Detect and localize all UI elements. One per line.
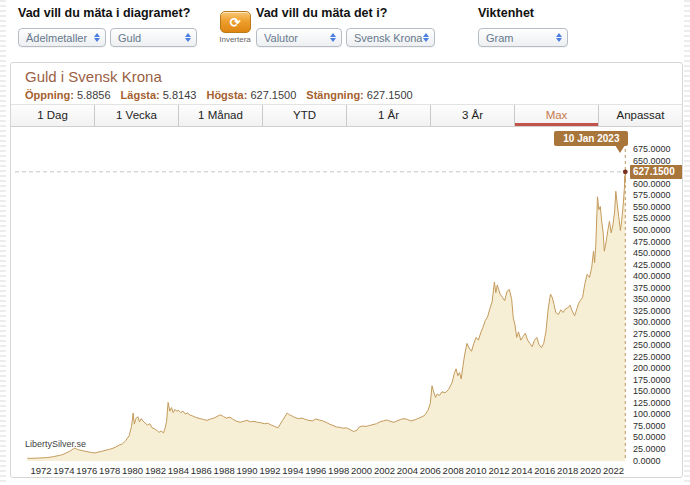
ohlc-summary: Öppning:5.8856 Lägsta:5.8143 Högsta:627.… <box>25 89 413 101</box>
tab-1-månad[interactable]: 1 Månad <box>179 105 263 126</box>
y-axis-label: 0.0000 <box>633 457 681 466</box>
y-axis-label: 250.0000 <box>633 341 681 350</box>
y-axis-label: 400.0000 <box>633 272 681 281</box>
tab-1-dag[interactable]: 1 Dag <box>11 105 95 126</box>
y-axis-label: 375.0000 <box>633 284 681 293</box>
low-label: Lägsta: <box>121 89 160 101</box>
tab-anpassat[interactable]: Anpassat <box>599 105 682 126</box>
chart-card: Guld i Svensk Krona Öppning:5.8856 Lägst… <box>10 62 683 478</box>
invert-button[interactable]: ⟳ <box>220 11 251 33</box>
y-axis-label: 350.0000 <box>633 295 681 304</box>
y-axis-label: 550.0000 <box>633 203 681 212</box>
tab-3-år[interactable]: 3 År <box>431 105 515 126</box>
metal-value: Guld <box>118 32 141 44</box>
y-axis-label: 325.0000 <box>633 307 681 316</box>
invert-button-caption: Invertera <box>213 35 257 44</box>
currency-category-select[interactable]: Valutor <box>256 28 342 47</box>
weight-unit-label: Viktenhet <box>478 6 534 20</box>
controls-bar: Vad vill du mäta i diagramet? Vad vill d… <box>0 0 690 58</box>
y-axis-label: 475.0000 <box>633 238 681 247</box>
y-axis-label: 50.0000 <box>633 433 681 442</box>
page-edge-decoration-right <box>684 0 690 485</box>
open-label: Öppning: <box>25 89 74 101</box>
select-stepper-icon <box>185 33 191 42</box>
measure-question-label: Vad vill du mäta i diagramet? <box>18 6 190 20</box>
invert-refresh-icon: ⟳ <box>230 15 241 30</box>
y-axis-label: 200.0000 <box>633 364 681 373</box>
y-axis-label: 75.0000 <box>633 422 681 431</box>
close-label: Stängning: <box>306 89 363 101</box>
y-axis-label: 450.0000 <box>633 249 681 258</box>
high-value: 627.1500 <box>250 89 296 101</box>
tab-1-år[interactable]: 1 År <box>347 105 431 126</box>
y-axis-label: 650.0000 <box>633 157 681 166</box>
gold-price-chart-page: Vad vill du mäta i diagramet? Vad vill d… <box>0 0 690 485</box>
watermark-link[interactable]: LibertySilver.se <box>25 439 86 449</box>
y-axis-label: 425.0000 <box>633 261 681 270</box>
y-axis-label: 25.0000 <box>633 445 681 454</box>
high-label: Högsta: <box>206 89 247 101</box>
price-chart-plot[interactable] <box>11 127 682 478</box>
range-tabs: 1 Dag1 Vecka1 MånadYTD1 År3 ÅrMaxAnpassa… <box>11 104 682 127</box>
close-value: 627.1500 <box>367 89 413 101</box>
tab-ytd[interactable]: YTD <box>263 105 347 126</box>
y-axis-label: 225.0000 <box>633 353 681 362</box>
low-value: 5.8143 <box>163 89 197 101</box>
last-point-marker <box>623 169 628 174</box>
weight-unit-select[interactable]: Gram <box>478 28 568 47</box>
date-tooltip: 10 Jan 2023 <box>554 131 628 146</box>
metal-category-value: Ädelmetaller <box>26 32 87 44</box>
y-axis-label: 300.0000 <box>633 318 681 327</box>
select-stepper-icon <box>556 33 562 42</box>
tab-max[interactable]: Max <box>515 105 599 126</box>
y-axis-label: 500.0000 <box>633 226 681 235</box>
chart-area: 10 Jan 2023 627.1500 675.0000650.0000600… <box>11 127 682 478</box>
y-axis-label: 525.0000 <box>633 214 681 223</box>
x-axis-label: 2022 <box>600 465 628 476</box>
chart-card-header: Guld i Svensk Krona Öppning:5.8856 Lägst… <box>11 63 682 104</box>
y-axis-label: 150.0000 <box>633 387 681 396</box>
metal-select[interactable]: Guld <box>110 28 197 47</box>
tab-1-vecka[interactable]: 1 Vecka <box>95 105 179 126</box>
price-area-fill <box>27 172 625 461</box>
open-value: 5.8856 <box>77 89 111 101</box>
y-axis-label: 575.0000 <box>633 191 681 200</box>
y-axis-label: 125.0000 <box>633 399 681 408</box>
y-axis-label: 275.0000 <box>633 330 681 339</box>
currency-select[interactable]: Svensk Krona <box>346 28 435 47</box>
weight-unit-value: Gram <box>486 32 514 44</box>
chart-title: Guld i Svensk Krona <box>25 68 162 85</box>
y-axis-label: 175.0000 <box>633 376 681 385</box>
metal-category-select[interactable]: Ädelmetaller <box>18 28 106 47</box>
y-axis-label: 100.0000 <box>633 410 681 419</box>
currency-value: Svensk Krona <box>354 32 422 44</box>
select-stepper-icon <box>423 33 429 42</box>
currency-category-value: Valutor <box>264 32 298 44</box>
select-stepper-icon <box>330 33 336 42</box>
measure-in-question-label: Vad vill du mäta det i? <box>256 6 387 20</box>
select-stepper-icon <box>94 33 100 42</box>
invert-control: ⟳ Invertera <box>213 11 257 44</box>
page-edge-decoration-left <box>0 0 6 485</box>
y-axis-label: 675.0000 <box>633 145 681 154</box>
current-price-badge: 627.1500 <box>630 165 683 179</box>
y-axis-label: 600.0000 <box>633 180 681 189</box>
